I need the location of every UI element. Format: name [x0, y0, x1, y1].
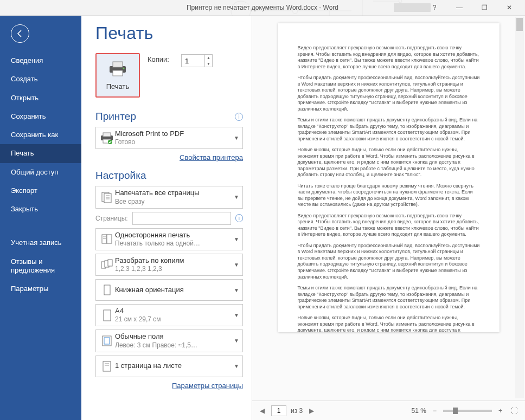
- svg-rect-22: [108, 260, 112, 266]
- copies-input[interactable]: [182, 55, 204, 67]
- preview-paragraph: Чтобы придать документу профессиональный…: [298, 243, 480, 280]
- svg-rect-23: [104, 285, 110, 295]
- setting-dropdown-0[interactable]: Напечатать все страницыВсе сразу▼: [95, 186, 243, 208]
- svg-point-2: [399, 0, 402, 3]
- printer-dropdown[interactable]: Microsoft Print to PDF Готово ▼: [95, 127, 243, 149]
- sidebar-item-3[interactable]: Сохранить: [0, 107, 81, 126]
- svg-rect-16: [102, 235, 107, 243]
- printer-icon: [108, 61, 127, 77]
- chevron-down-icon: ▼: [232, 135, 239, 141]
- sidebar-bottom-0[interactable]: Учетная запись: [0, 234, 81, 252]
- pages-icon: [99, 191, 115, 204]
- setting-dropdown-3[interactable]: Книжная ориентация▼: [95, 279, 243, 301]
- preview-paragraph: Темы и стили также помогают придать доку…: [298, 285, 480, 310]
- sidebar-item-8[interactable]: Закрыть: [0, 200, 81, 218]
- preview-page: Видео предоставляет прекрасную возможнос…: [278, 23, 500, 332]
- titlebar: Принтер не печатает документы Word.docx …: [0, 0, 525, 16]
- preview-paragraph: Новые кнопки, которые видны, только если…: [298, 315, 480, 332]
- chevron-down-icon: ▼: [232, 287, 239, 293]
- page-number-input[interactable]: [271, 405, 286, 416]
- svg-rect-27: [103, 361, 111, 371]
- portrait-icon: [99, 283, 115, 296]
- preview-paragraph: Видео предоставляет прекрасную возможнос…: [298, 45, 480, 70]
- preview-paragraph: Читать тоже стало проще благодаря новому…: [298, 183, 480, 208]
- sidebar-bottom-2[interactable]: Параметры: [0, 280, 81, 298]
- copies-spinner[interactable]: ▲▼: [181, 54, 213, 67]
- sidebar-item-6[interactable]: Общий доступ: [0, 163, 81, 182]
- sidebar-item-5[interactable]: Печать: [0, 144, 81, 163]
- backstage-sidebar: СведенияСоздатьОткрытьСохранитьСохранить…: [0, 16, 81, 420]
- copies-down[interactable]: ▼: [205, 61, 212, 67]
- margins-icon: [99, 334, 115, 347]
- prev-page-button[interactable]: ◀: [258, 407, 267, 415]
- onesided-icon: [99, 232, 115, 245]
- setting-dropdown-2[interactable]: Разобрать по копиям1,2,3 1,2,3 1,2,3▼: [95, 254, 243, 276]
- sidebar-item-4[interactable]: Сохранить как: [0, 126, 81, 144]
- svg-point-6: [123, 67, 124, 69]
- minimize-button[interactable]: —: [447, 4, 472, 11]
- chevron-down-icon: ▼: [232, 262, 239, 268]
- sidebar-item-7[interactable]: Экспорт: [0, 182, 81, 200]
- sidebar-item-0[interactable]: Сведения: [0, 51, 81, 70]
- printer-heading: Принтер: [95, 111, 136, 122]
- sidebar-item-1[interactable]: Создать: [0, 70, 81, 88]
- sidebar-bottom-1[interactable]: Отзывы и предложения: [0, 253, 81, 280]
- page-title: Печать: [95, 23, 243, 43]
- setting-dropdown-5[interactable]: Обычные поляЛевое: 3 см Правое: ≈1,5…▼: [95, 329, 243, 352]
- printer-status: Готово: [115, 138, 232, 146]
- collate-icon: [99, 258, 115, 271]
- chevron-down-icon: ▼: [232, 236, 239, 242]
- zoom-out-button[interactable]: −: [431, 407, 439, 415]
- restore-button[interactable]: ❐: [472, 4, 497, 11]
- pages-input[interactable]: [132, 212, 231, 225]
- chevron-down-icon: ▼: [232, 194, 239, 200]
- copies-up[interactable]: ▲: [205, 55, 212, 61]
- print-preview: Видео предоставляет прекрасную возможнос…: [252, 16, 525, 420]
- printer-status-icon: [99, 132, 115, 144]
- setting-dropdown-4[interactable]: A421 см x 29,7 см▼: [95, 304, 243, 326]
- settings-heading: Настройка: [95, 170, 146, 182]
- preview-paragraph: Видео предоставляет прекрасную возможнос…: [298, 213, 480, 238]
- page-total: из 3: [291, 407, 303, 415]
- setting-dropdown-1[interactable]: Односторонняя печатьПечатать только на о…: [95, 228, 243, 250]
- zoom-in-button[interactable]: +: [496, 407, 504, 415]
- preview-paragraph: Темы и стили также помогают придать доку…: [298, 117, 480, 142]
- zoom-label: 51 %: [412, 407, 426, 415]
- svg-rect-8: [103, 133, 111, 137]
- printer-name: Microsoft Print to PDF: [115, 130, 232, 138]
- next-page-button[interactable]: ▶: [307, 407, 316, 415]
- page-setup-link[interactable]: Параметры страницы: [172, 382, 243, 390]
- preview-paragraph: Новые кнопки, которые видны, только если…: [298, 147, 480, 178]
- svg-rect-4: [113, 62, 123, 67]
- sidebar-item-2[interactable]: Открыть: [0, 89, 81, 107]
- perpage-icon: [99, 360, 115, 373]
- scrollbar-vertical[interactable]: [515, 17, 524, 398]
- chevron-down-icon: ▼: [232, 363, 239, 369]
- setting-dropdown-6[interactable]: 1 страница на листе▼: [95, 356, 243, 377]
- svg-rect-5: [113, 70, 123, 76]
- printer-properties-link[interactable]: Свойства принтера: [180, 153, 243, 161]
- print-panel: Печать Печать Копии: ▲▼ Принтер i: [81, 16, 249, 420]
- close-button[interactable]: ✕: [497, 4, 522, 11]
- chevron-down-icon: ▼: [232, 338, 239, 344]
- preview-paragraph: Чтобы придать документу профессиональный…: [298, 75, 480, 112]
- preview-footer: ◀ из 3 ▶ 51 % − + ⛶: [252, 400, 525, 420]
- help-button[interactable]: ?: [422, 4, 447, 11]
- fit-page-button[interactable]: ⛶: [509, 407, 520, 415]
- svg-rect-12: [104, 193, 111, 203]
- print-button[interactable]: Печать: [95, 53, 140, 98]
- back-button[interactable]: [11, 24, 29, 43]
- zoom-slider[interactable]: [443, 410, 492, 412]
- svg-rect-24: [104, 310, 111, 321]
- copies-label: Копии:: [148, 53, 169, 63]
- info-icon[interactable]: i: [235, 214, 243, 222]
- a4-icon: [99, 309, 115, 322]
- info-icon[interactable]: i: [235, 113, 243, 121]
- svg-rect-17: [107, 235, 112, 243]
- print-button-label: Печать: [106, 82, 130, 91]
- pages-label: Страницы:: [95, 215, 128, 222]
- chevron-down-icon: ▼: [232, 312, 239, 318]
